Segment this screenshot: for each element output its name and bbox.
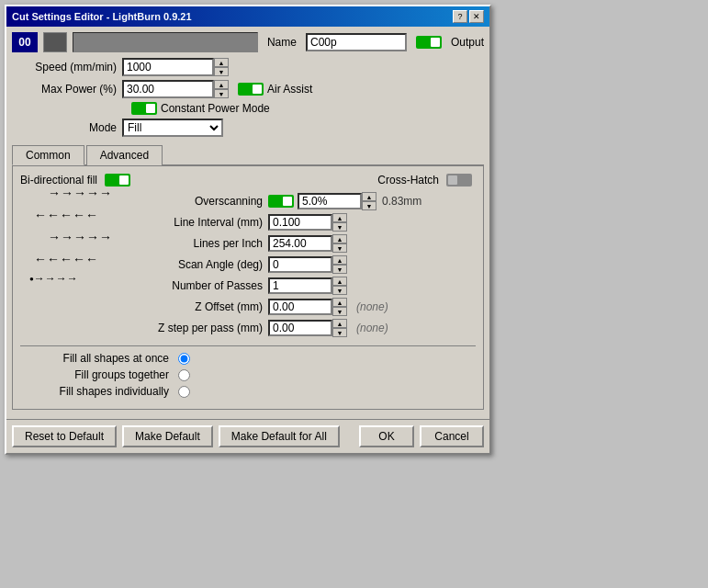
max-power-up-button[interactable]: ▲	[214, 80, 229, 89]
z-offset-row: Z Offset (mm) ▲ ▼ (none)	[121, 298, 476, 316]
max-power-spin-wrapper: ▲ ▼	[122, 80, 229, 98]
output-toggle[interactable]	[416, 36, 442, 49]
z-offset-spin: ▲ ▼	[268, 298, 347, 316]
cross-hatch-right: Cross-Hatch	[377, 174, 476, 187]
max-power-down-button[interactable]: ▼	[214, 89, 229, 98]
close-button[interactable]: ✕	[469, 10, 484, 23]
output-row: Output	[416, 36, 484, 49]
scan-angle-row: Scan Angle (deg) ▲ ▼	[121, 255, 476, 274]
line-interval-up[interactable]: ▲	[332, 213, 347, 222]
speed-input[interactable]	[122, 58, 214, 76]
lines-per-inch-spin-group: ▲ ▼	[332, 234, 347, 253]
make-default-for-all-button[interactable]: Make Default for All	[219, 425, 340, 447]
speed-label: Speed (mm/min)	[12, 61, 122, 74]
scan-angle-down[interactable]: ▼	[332, 265, 347, 274]
main-content-area: →→→→→ ←←←←← →→→→→ ←←←←← ● →→→→ Overs	[20, 192, 476, 340]
speed-spin-wrapper: ▲ ▼	[122, 58, 229, 76]
name-label: Name	[267, 36, 297, 49]
tab-common[interactable]: Common	[12, 145, 84, 165]
z-step-down[interactable]: ▼	[332, 328, 347, 337]
num-passes-spin-group: ▲ ▼	[332, 277, 347, 295]
mode-row: Mode Fill Line Fill+Line Offset Fill	[12, 119, 484, 137]
constant-power-toggle[interactable]	[131, 102, 157, 115]
line-interval-input[interactable]	[268, 214, 332, 231]
lines-per-inch-up[interactable]: ▲	[332, 234, 347, 243]
line-interval-down[interactable]: ▼	[332, 222, 347, 232]
overscanning-spin: ▲ ▼	[298, 192, 376, 210]
air-assist-toggle[interactable]	[238, 83, 264, 96]
scan-preview: →→→→→ ←←←←← →→→→→ ←←←←← ● →→→→	[20, 192, 112, 275]
fill-all-row: Fill all shapes at once	[28, 352, 476, 365]
fill-groups-radio[interactable]	[178, 369, 190, 381]
window-content: 00 Name Output Speed (mm/min) ▲ ▼	[6, 27, 489, 415]
bi-dir-toggle[interactable]	[105, 174, 130, 187]
bi-dir-dot	[119, 175, 129, 185]
lines-per-inch-down[interactable]: ▼	[332, 243, 347, 253]
arrow-2: ←←←←←	[29, 208, 98, 222]
cancel-button[interactable]: Cancel	[420, 425, 484, 447]
z-offset-spin-group: ▲ ▼	[332, 298, 347, 316]
tab-advanced[interactable]: Advanced	[86, 145, 163, 165]
max-power-row: Max Power (%) ▲ ▼ Air Assist	[12, 80, 484, 98]
constant-power-dot	[146, 104, 155, 113]
speed-spin-group: ▲ ▼	[214, 58, 229, 76]
air-assist-toggle-dot	[253, 85, 262, 94]
tabs-area: Common Advanced Bi-directional fill Cros…	[12, 144, 484, 410]
divider	[20, 345, 476, 346]
overscanning-up[interactable]: ▲	[362, 192, 376, 201]
speed-down-button[interactable]: ▼	[214, 67, 229, 76]
title-bar-controls: ? ✕	[453, 10, 484, 23]
arrow-4: ←←←←←	[29, 252, 98, 266]
overscanning-row: Overscanning ▲ ▼ 0.83m	[121, 192, 476, 210]
fill-groups-label: Fill groups together	[28, 368, 174, 381]
layer-color-button[interactable]	[43, 32, 67, 52]
speed-up-button[interactable]: ▲	[214, 58, 229, 67]
overscanning-toggle[interactable]	[268, 195, 294, 208]
window-title: Cut Settings Editor - LightBurn 0.9.21	[12, 11, 192, 22]
constant-power-label: Constant Power Mode	[161, 102, 270, 115]
overscanning-input[interactable]	[298, 193, 362, 209]
scan-angle-up[interactable]: ▲	[332, 255, 347, 265]
lines-per-inch-spin: ▲ ▼	[268, 234, 347, 253]
bi-dir-left: Bi-directional fill	[20, 174, 134, 187]
title-bar: Cut Settings Editor - LightBurn 0.9.21 ?…	[6, 6, 489, 27]
line-interval-row: Line Interval (mm) ▲ ▼	[121, 213, 476, 232]
num-passes-input[interactable]	[268, 277, 332, 294]
name-input[interactable]	[306, 33, 407, 51]
bottom-buttons: Reset to Default Make Default Make Defau…	[6, 419, 489, 453]
num-passes-down[interactable]: ▼	[332, 286, 347, 295]
scan-angle-input[interactable]	[268, 256, 332, 273]
lines-per-inch-input[interactable]	[268, 235, 332, 252]
fill-all-radio[interactable]	[178, 353, 190, 365]
reset-to-default-button[interactable]: Reset to Default	[12, 425, 117, 447]
overscanning-label: Overscanning	[121, 195, 268, 208]
max-power-input[interactable]	[122, 80, 214, 98]
mode-select[interactable]: Fill Line Fill+Line Offset Fill	[122, 119, 223, 137]
arrow-3: →→→→→	[48, 230, 112, 244]
overscanning-dot	[283, 197, 292, 206]
layer-preview	[73, 32, 258, 52]
layer-number: 00	[12, 32, 38, 52]
z-offset-input[interactable]	[268, 299, 332, 315]
layer-name-row: 00 Name Output	[12, 32, 484, 52]
cross-hatch-toggle[interactable]	[446, 174, 472, 187]
make-default-button[interactable]: Make Default	[122, 425, 213, 447]
scan-angle-label: Scan Angle (deg)	[121, 258, 268, 271]
z-step-up[interactable]: ▲	[332, 319, 347, 328]
z-step-row: Z step per pass (mm) ▲ ▼ (none)	[121, 319, 476, 337]
toggle-dot	[431, 38, 440, 47]
overscanning-down[interactable]: ▼	[362, 201, 376, 210]
help-button[interactable]: ?	[453, 10, 467, 23]
bi-dir-label: Bi-directional fill	[20, 174, 97, 187]
lines-per-inch-label: Lines per Inch	[121, 237, 268, 250]
z-step-input[interactable]	[268, 320, 332, 336]
num-passes-up[interactable]: ▲	[332, 277, 347, 286]
fill-individually-radio[interactable]	[178, 386, 190, 398]
z-offset-up[interactable]: ▲	[332, 298, 347, 307]
air-assist-group: Air Assist	[238, 83, 312, 96]
ok-button[interactable]: OK	[359, 425, 414, 447]
overscanning-spin-group: ▲ ▼	[362, 192, 376, 210]
z-step-label: Z step per pass (mm)	[121, 322, 268, 334]
z-offset-down[interactable]: ▼	[332, 307, 347, 316]
num-passes-row: Number of Passes ▲ ▼	[121, 277, 476, 295]
